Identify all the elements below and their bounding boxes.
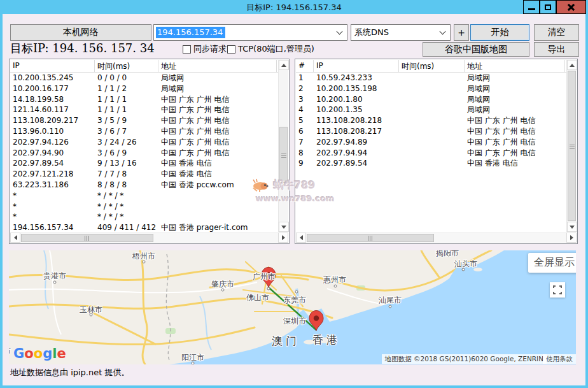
table-cell: 中国 广东 广州 电信 [158, 94, 277, 105]
city-dot-icon [447, 254, 451, 257]
scroll-left-button[interactable] [10, 233, 20, 243]
checkbox-icon[interactable] [227, 45, 235, 54]
table-row[interactable]: 113.108.209.2173 / 5 / 9中国 广东 广州 电信 [10, 115, 278, 126]
scroll-up-button[interactable] [567, 60, 577, 70]
checkbox-icon[interactable] [183, 45, 191, 54]
dns-combobox[interactable]: 系统DNS [351, 24, 451, 41]
column-header[interactable]: 时间(ms) [399, 60, 465, 72]
close-button[interactable] [556, 0, 586, 14]
scrollbar-thumb[interactable] [21, 234, 153, 242]
arrow-up-icon [570, 64, 575, 67]
table-cell: 409 / 411 / 412 [95, 222, 158, 232]
google-logo-letter: g [43, 346, 52, 361]
column-header[interactable]: 地址 [465, 60, 565, 72]
table-row[interactable]: ** / * / * [10, 190, 278, 201]
table-row[interactable]: 110.59.243.233局域网 [296, 73, 566, 83]
grip-icon [281, 152, 286, 158]
table-cell: 0 / 0 / 0 [95, 73, 158, 83]
table-cell: 局域网 [465, 104, 565, 115]
table-row[interactable]: 121.14.60.1171 / 1 / 1中国 广东 广州 电信 [10, 104, 278, 115]
chevron-down-icon[interactable] [337, 28, 343, 34]
tcp-checkbox[interactable]: TCP(80端口,管理员) [227, 43, 314, 55]
table-row[interactable]: 194.156.157.34409 / 411 / 412中国 香港 prage… [10, 222, 278, 232]
sync-request-checkbox[interactable]: 同步请求 [183, 43, 227, 55]
table-row[interactable]: 7202.97.94.89中国 广东 广州 电信 [296, 137, 566, 148]
left-table-body: 10.200.135.2450 / 0 / 0局域网10.200.16.1771… [10, 73, 278, 232]
table-row[interactable]: 410.200.1.35局域网 [296, 104, 566, 115]
table-cell: 中国 广东 广州 电信 [158, 137, 277, 148]
terms-link[interactable]: 使用条款 [543, 354, 576, 364]
clear-button[interactable]: 清空 [534, 24, 579, 41]
scroll-right-button[interactable] [278, 233, 288, 243]
column-header[interactable]: # [296, 60, 314, 72]
title-bar[interactable]: 目标IP: 194.156.157.34 [0, 0, 588, 14]
local-network-button[interactable]: 本机网络 [10, 24, 151, 41]
table-row[interactable]: 63.223.31.1868 / 8 / 8中国 香港 pccw.com [10, 180, 278, 190]
column-header[interactable]: IP [314, 60, 399, 72]
table-row[interactable]: ** / * / * [10, 201, 278, 212]
scroll-up-button[interactable] [279, 60, 289, 70]
table-cell: 中国 香港 电信 [465, 158, 565, 169]
minimize-button[interactable] [523, 0, 540, 14]
table-row[interactable]: 310.200.1.80局域网 [296, 94, 566, 105]
map-city-label: 惠州市 [323, 275, 346, 285]
scroll-down-button[interactable] [279, 222, 289, 232]
arrow-right-icon [282, 235, 285, 240]
table-cell: 7 / 7 / 8 [95, 169, 158, 180]
table-row[interactable]: 113.96.0.1103 / 6 / 7中国 广东 广州 电信 [10, 126, 278, 137]
export-button[interactable]: 导出 [534, 42, 579, 57]
table-row[interactable]: 10.200.16.1771 / 1 / 2局域网 [10, 83, 278, 94]
trace-result-list-right[interactable]: #IP时间(ms)地址 110.59.243.233局域网210.200.135… [295, 59, 578, 244]
trace-result-list-left[interactable]: IP时间(ms)地址 10.200.135.2450 / 0 / 0局域网10.… [9, 59, 290, 244]
table-cell: 202.97.121.218 [10, 169, 95, 180]
table-cell: 202.97.89.54 [314, 158, 399, 169]
scroll-down-button[interactable] [567, 222, 577, 232]
scrollbar-thumb[interactable] [307, 234, 434, 242]
table-row[interactable]: 202.97.94.903 / 6 / 9中国 广东 广州 电信 [10, 148, 278, 159]
table-cell: * [10, 212, 95, 222]
add-button[interactable]: + [454, 24, 469, 41]
table-cell: * / * / * [95, 212, 158, 222]
table-cell [158, 201, 277, 212]
map-canvas[interactable]: 梧州市贵港市玉林市肇庆市广州市佛山市东莞市惠州市深圳市汕尾市汕头市揭阳市阳江市澳… [9, 250, 576, 364]
fullscreen-icon-button[interactable] [550, 282, 565, 298]
right-horizontal-scrollbar[interactable] [296, 233, 577, 243]
table-row[interactable]: ** / * / * [10, 212, 278, 222]
target-ip-combobox[interactable]: 194.156.157.34 [153, 24, 347, 41]
column-header[interactable]: 地址 [158, 60, 277, 72]
fullscreen-display-button[interactable]: 全屏显示 [528, 253, 576, 273]
scrollbar-thumb[interactable] [279, 127, 288, 183]
start-button[interactable]: 开始 [470, 24, 529, 41]
scrollbar-thumb[interactable] [568, 71, 576, 221]
scroll-right-button[interactable] [566, 233, 577, 243]
google-china-map-button[interactable]: 谷歌中国版地图 [423, 42, 529, 57]
table-row[interactable]: 202.97.89.549 / 13 / 16中国 香港 电信 [10, 158, 278, 169]
table-row[interactable]: 14.18.199.581 / 1 / 1中国 广东 广州 电信 [10, 94, 278, 105]
table-row[interactable]: 210.200.135.198局域网 [296, 83, 566, 94]
city-dot-icon [334, 285, 337, 288]
left-horizontal-scrollbar[interactable] [10, 233, 288, 243]
table-row[interactable]: 6113.108.208.217中国 广东 广州 电信 [296, 126, 566, 137]
map-city-label: 东莞市 [283, 295, 306, 306]
window-controls [523, 0, 586, 14]
arrow-down-icon [570, 226, 575, 229]
table-cell [399, 158, 465, 169]
left-vertical-scrollbar[interactable] [278, 60, 288, 232]
chevron-down-icon[interactable] [440, 28, 446, 34]
table-row[interactable]: 8202.97.94.94中国 广东 广州 电信 [296, 148, 566, 159]
table-row[interactable]: 202.97.121.2187 / 7 / 8中国 香港 电信 [10, 169, 278, 180]
table-cell: 6 [296, 126, 314, 137]
table-row[interactable]: 9202.97.89.54中国 香港 电信 [296, 158, 566, 169]
maximize-button[interactable] [540, 0, 556, 14]
table-row[interactable]: 202.97.94.1263 / 24 / 26中国 广东 广州 电信 [10, 137, 278, 148]
table-cell: 中国 广东 广州 电信 [158, 126, 277, 137]
column-header[interactable]: IP [10, 60, 95, 72]
table-cell: 7 [296, 137, 314, 148]
table-row[interactable]: 10.200.135.2450 / 0 / 0局域网 [10, 73, 278, 83]
scroll-left-button[interactable] [296, 233, 306, 243]
table-cell: 3 / 6 / 7 [95, 126, 158, 137]
column-header[interactable]: 时间(ms) [95, 60, 158, 72]
right-vertical-scrollbar[interactable] [566, 60, 577, 232]
google-logo[interactable]: Google [13, 346, 66, 361]
table-row[interactable]: 5113.108.208.218中国 广东 广州 电信 [296, 115, 566, 126]
